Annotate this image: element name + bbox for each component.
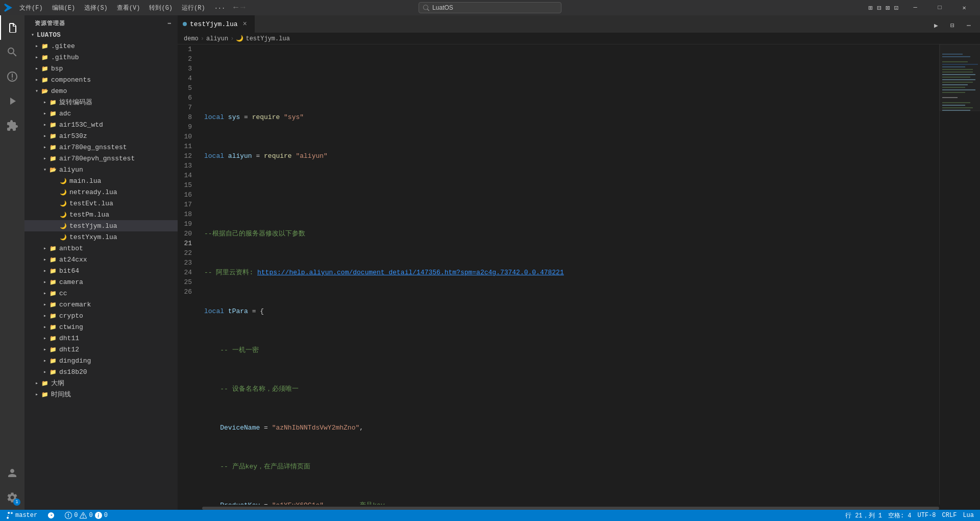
tab-testyjym[interactable]: testYjym.lua × [178,15,255,33]
chevron-right-icon: ▸ [41,278,49,286]
menu-edit[interactable]: 编辑(E) [48,3,80,13]
sidebar-item-github[interactable]: ▸ 📁 .github [24,52,178,63]
folder-icon: 📁 [49,255,57,264]
sidebar-item-ctwing[interactable]: ▸ 📁 ctwing [24,321,178,333]
status-position[interactable]: 行 21，列 1 [843,510,884,521]
sidebar-item-dingding[interactable]: ▸ 📁 dingding [24,355,178,366]
status-errors[interactable]: 0 0 0 [63,510,110,521]
status-encoding[interactable]: UTF-8 [916,510,938,521]
settings-icon[interactable]: 1 [0,485,24,510]
status-line-ending[interactable]: CRLF [940,510,959,521]
run-tab-button[interactable]: ▶ [929,18,943,33]
chevron-right-icon: ▸ [33,64,41,73]
sidebar-item-dht11[interactable]: ▸ 📁 dht11 [24,333,178,344]
sidebar-item-cc[interactable]: ▸ 📁 cc [24,288,178,299]
breadcrumb-demo[interactable]: demo [184,35,199,42]
spacer [51,188,59,196]
menu-view[interactable]: 查看(V) [113,3,144,13]
sidebar-item-bsp[interactable]: ▸ 📁 bsp [24,63,178,74]
maximize-button[interactable]: □ [928,0,951,15]
sidebar-item-crypto[interactable]: ▸ 📁 crypto [24,310,178,321]
back-button[interactable]: ← [233,3,238,12]
explorer-icon[interactable] [0,15,24,40]
code-editor[interactable]: 1 2 3 4 5 6 7 8 9 10 11 12 13 14 15 16 1… [178,44,980,505]
code-content[interactable]: local sys = require "sys" local aliyun =… [202,44,939,505]
chevron-right-icon: ▸ [41,98,49,106]
chevron-right-icon: ▸ [41,312,49,320]
sidebar-item-demo[interactable]: ▾ 📂 demo [24,85,178,97]
sidebar-item-rotary[interactable]: ▸ 📁 旋转编码器 [24,97,178,108]
sidebar-item-air780epvh[interactable]: ▸ 📁 air780epvh_gnsstest [24,153,178,164]
sidebar-item-aliyun[interactable]: ▾ 📂 aliyun [24,164,178,175]
menu-more[interactable]: ... [210,3,230,13]
sidebar-item-testpm-lua[interactable]: 🌙 testPm.lua [24,209,178,220]
search-activity-icon[interactable] [0,40,24,64]
sidebar-item-camera[interactable]: ▸ 📁 camera [24,276,178,288]
chevron-right-icon: ▸ [41,132,49,140]
sidebar-item-main-lua[interactable]: 🌙 main.lua [24,175,178,186]
minimize-button[interactable]: ─ [903,0,927,15]
menu-file[interactable]: 文件(F) [15,3,47,13]
menu-select[interactable]: 选择(S) [80,3,112,13]
sidebar-menu-icon[interactable]: ⋯ [167,20,172,27]
sidebar-item-testyjym-lua[interactable]: 🌙 testYjym.lua [24,220,178,231]
status-language[interactable]: Lua [961,510,976,521]
more-actions-button[interactable]: ⋯ [962,18,976,33]
sidebar-item-testevt-lua[interactable]: 🌙 testEvt.lua [24,198,178,209]
sidebar-item-gitee[interactable]: ▸ 📁 .gitee [24,40,178,52]
tab-actions: ▶ ⊟ ⋯ [925,18,980,33]
sidebar-item-netready-lua[interactable]: 🌙 netready.lua [24,186,178,198]
sidebar-item-air153c[interactable]: ▸ 📁 air153C_wtd [24,119,178,130]
menu-goto[interactable]: 转到(G) [145,3,177,13]
chevron-right-icon: ▸ [33,76,41,84]
folder-label-cc: cc [59,290,67,297]
root-label: LUATOS [37,31,61,39]
editor-horizontal-scrollbar[interactable] [178,505,980,510]
extensions-icon[interactable] [0,113,24,138]
run-icon[interactable] [0,89,24,113]
titlebar-left: 文件(F) 编辑(E) 选择(S) 查看(V) 转到(G) 运行(R) ... [4,3,229,13]
code-line-4 [204,190,939,200]
sidebar-item-air780eg[interactable]: ▸ 📁 air780eg_gnsstest [24,141,178,153]
sidebar-item-at24cxx[interactable]: ▸ 📁 at24cxx [24,254,178,265]
sidebar-item-timeline[interactable]: ▸ 📁 时间线 [24,389,178,400]
code-line-12: ProductKey = "a1YFuY6OC1e", --产品key [204,501,939,505]
status-branch[interactable]: master [4,510,39,521]
sidebar-item-adc[interactable]: ▸ 📁 adc [24,108,178,119]
sidebar-item-air530z[interactable]: ▸ 📁 air530z [24,130,178,141]
sidebar-item-testyxym-lua[interactable]: 🌙 testYxym.lua [24,231,178,243]
minimap [939,44,980,505]
search-input[interactable] [432,4,557,11]
lua-file-icon: 🌙 [59,199,67,207]
encoding-label: UTF-8 [918,512,936,519]
file-label-testevt: testEvt.lua [69,200,113,207]
scrollbar-thumb[interactable] [202,507,939,510]
chevron-right-icon: ▸ [41,357,49,365]
status-spaces[interactable]: 空格: 4 [886,510,914,521]
tree-root-luatos[interactable]: ▾ LUATOS [24,29,178,40]
line-num-25: 25 [178,277,196,287]
sidebar-item-coremark[interactable]: ▸ 📁 coremark [24,299,178,310]
breadcrumb-file[interactable]: 🌙 testYjym.lua [236,35,289,42]
sidebar-item-outline[interactable]: ▸ 📁 大纲 [24,377,178,389]
chevron-right-icon: ▸ [41,109,49,117]
search-bar[interactable] [419,2,561,13]
menu-run[interactable]: 运行(R) [178,3,209,13]
line-num-16: 16 [178,190,196,200]
source-control-icon[interactable] [0,64,24,89]
sidebar-item-components[interactable]: ▸ 📁 components [24,74,178,85]
split-editor-button[interactable]: ⊟ [945,18,960,33]
sidebar-item-antbot[interactable]: ▸ 📁 antbot [24,243,178,254]
sidebar-item-bit64[interactable]: ▸ 📁 bit64 [24,265,178,276]
code-line-7: local tPara = { [204,306,939,316]
breadcrumb-aliyun[interactable]: aliyun [206,35,228,42]
folder-label-crypto: crypto [59,312,83,320]
forward-button[interactable]: → [240,3,246,12]
sidebar-item-dht12[interactable]: ▸ 📁 dht12 [24,344,178,355]
close-button[interactable]: ✕ [952,0,976,15]
accounts-icon[interactable] [0,461,24,485]
status-sync[interactable] [45,510,57,521]
tab-close-button[interactable]: × [241,20,249,28]
sidebar-item-ds18b20[interactable]: ▸ 📁 ds18b20 [24,366,178,377]
line-num-6: 6 [178,93,196,103]
